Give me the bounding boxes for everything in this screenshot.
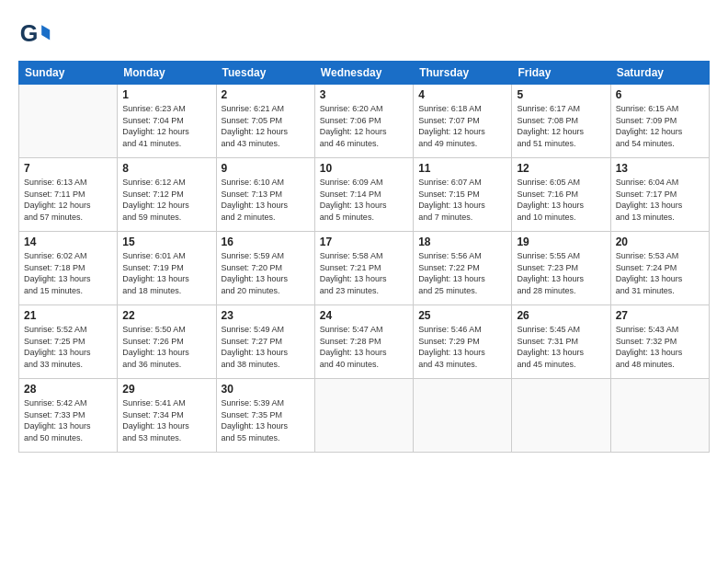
calendar-cell: 17Sunrise: 5:58 AM Sunset: 7:21 PM Dayli…: [314, 232, 413, 305]
calendar-cell: 1Sunrise: 6:23 AM Sunset: 7:04 PM Daylig…: [118, 85, 216, 158]
calendar-cell: 30Sunrise: 5:39 AM Sunset: 7:35 PM Dayli…: [216, 379, 314, 453]
day-number: 9: [222, 162, 310, 175]
day-of-week-header: Saturday: [610, 62, 709, 85]
day-info: Sunrise: 5:58 AM Sunset: 7:21 PM Dayligh…: [320, 250, 408, 296]
calendar-cell: 16Sunrise: 5:59 AM Sunset: 7:20 PM Dayli…: [216, 232, 314, 305]
day-info: Sunrise: 5:50 AM Sunset: 7:26 PM Dayligh…: [122, 324, 210, 370]
header: G: [18, 18, 710, 52]
day-number: 5: [517, 88, 605, 101]
day-info: Sunrise: 6:02 AM Sunset: 7:18 PM Dayligh…: [24, 250, 112, 296]
calendar-week-row: 14Sunrise: 6:02 AM Sunset: 7:18 PM Dayli…: [19, 232, 710, 305]
day-number: 14: [24, 236, 112, 248]
calendar-cell: 12Sunrise: 6:05 AM Sunset: 7:16 PM Dayli…: [512, 158, 610, 232]
calendar-cell: 11Sunrise: 6:07 AM Sunset: 7:15 PM Dayli…: [414, 158, 512, 232]
day-info: Sunrise: 6:23 AM Sunset: 7:04 PM Dayligh…: [122, 103, 210, 149]
day-number: 4: [418, 88, 506, 101]
svg-text:G: G: [20, 20, 39, 46]
day-number: 8: [122, 162, 210, 175]
day-info: Sunrise: 6:20 AM Sunset: 7:06 PM Dayligh…: [320, 103, 408, 149]
svg-marker-1: [41, 25, 50, 40]
logo-icon: G: [18, 18, 51, 52]
calendar-cell: 27Sunrise: 5:43 AM Sunset: 7:32 PM Dayli…: [610, 305, 709, 379]
calendar-cell: 18Sunrise: 5:56 AM Sunset: 7:22 PM Dayli…: [414, 232, 512, 305]
day-of-week-header: Friday: [512, 62, 610, 85]
calendar-cell: [314, 379, 413, 453]
calendar-cell: 22Sunrise: 5:50 AM Sunset: 7:26 PM Dayli…: [118, 305, 216, 379]
day-info: Sunrise: 6:15 AM Sunset: 7:09 PM Dayligh…: [616, 103, 704, 149]
day-of-week-header: Monday: [118, 62, 216, 85]
calendar-table: SundayMondayTuesdayWednesdayThursdayFrid…: [18, 61, 710, 453]
day-number: 24: [320, 309, 408, 322]
calendar-cell: 20Sunrise: 5:53 AM Sunset: 7:24 PM Dayli…: [610, 232, 709, 305]
calendar-cell: 21Sunrise: 5:52 AM Sunset: 7:25 PM Dayli…: [19, 305, 118, 379]
day-number: 3: [320, 88, 408, 101]
day-number: 15: [122, 236, 210, 248]
day-of-week-header: Tuesday: [216, 62, 314, 85]
day-info: Sunrise: 6:18 AM Sunset: 7:07 PM Dayligh…: [418, 103, 506, 149]
calendar-week-row: 7Sunrise: 6:13 AM Sunset: 7:11 PM Daylig…: [19, 158, 710, 232]
calendar-cell: 26Sunrise: 5:45 AM Sunset: 7:31 PM Dayli…: [512, 305, 610, 379]
calendar-cell: 14Sunrise: 6:02 AM Sunset: 7:18 PM Dayli…: [19, 232, 118, 305]
day-info: Sunrise: 5:46 AM Sunset: 7:29 PM Dayligh…: [418, 324, 506, 370]
day-info: Sunrise: 5:56 AM Sunset: 7:22 PM Dayligh…: [418, 250, 506, 296]
day-info: Sunrise: 5:42 AM Sunset: 7:33 PM Dayligh…: [24, 397, 112, 443]
calendar-cell: [19, 85, 118, 158]
day-number: 20: [616, 236, 704, 248]
day-number: 2: [222, 88, 310, 101]
day-number: 29: [122, 383, 210, 396]
day-number: 30: [222, 383, 310, 396]
day-number: 12: [517, 162, 605, 175]
logo: G: [18, 18, 55, 52]
day-number: 13: [616, 162, 704, 175]
calendar-cell: 5Sunrise: 6:17 AM Sunset: 7:08 PM Daylig…: [512, 85, 610, 158]
day-info: Sunrise: 6:01 AM Sunset: 7:19 PM Dayligh…: [122, 250, 210, 296]
day-info: Sunrise: 6:17 AM Sunset: 7:08 PM Dayligh…: [517, 103, 605, 149]
day-number: 22: [122, 309, 210, 322]
day-info: Sunrise: 6:12 AM Sunset: 7:12 PM Dayligh…: [122, 177, 210, 223]
day-info: Sunrise: 5:47 AM Sunset: 7:28 PM Dayligh…: [320, 324, 408, 370]
day-info: Sunrise: 5:43 AM Sunset: 7:32 PM Dayligh…: [616, 324, 704, 370]
calendar-header-row: SundayMondayTuesdayWednesdayThursdayFrid…: [19, 62, 710, 85]
calendar-cell: 25Sunrise: 5:46 AM Sunset: 7:29 PM Dayli…: [414, 305, 512, 379]
calendar-cell: 23Sunrise: 5:49 AM Sunset: 7:27 PM Dayli…: [216, 305, 314, 379]
day-info: Sunrise: 5:39 AM Sunset: 7:35 PM Dayligh…: [222, 397, 310, 443]
calendar-cell: 28Sunrise: 5:42 AM Sunset: 7:33 PM Dayli…: [19, 379, 118, 453]
calendar-cell: 4Sunrise: 6:18 AM Sunset: 7:07 PM Daylig…: [414, 85, 512, 158]
day-info: Sunrise: 6:13 AM Sunset: 7:11 PM Dayligh…: [24, 177, 112, 223]
day-number: 27: [616, 309, 704, 322]
day-info: Sunrise: 5:45 AM Sunset: 7:31 PM Dayligh…: [517, 324, 605, 370]
day-info: Sunrise: 5:49 AM Sunset: 7:27 PM Dayligh…: [222, 324, 310, 370]
day-of-week-header: Thursday: [414, 62, 512, 85]
calendar-week-row: 21Sunrise: 5:52 AM Sunset: 7:25 PM Dayli…: [19, 305, 710, 379]
calendar-week-row: 28Sunrise: 5:42 AM Sunset: 7:33 PM Dayli…: [19, 379, 710, 453]
day-info: Sunrise: 5:55 AM Sunset: 7:23 PM Dayligh…: [517, 250, 605, 296]
calendar-cell: 29Sunrise: 5:41 AM Sunset: 7:34 PM Dayli…: [118, 379, 216, 453]
calendar-cell: 8Sunrise: 6:12 AM Sunset: 7:12 PM Daylig…: [118, 158, 216, 232]
day-number: 7: [24, 162, 112, 175]
calendar-cell: 10Sunrise: 6:09 AM Sunset: 7:14 PM Dayli…: [314, 158, 413, 232]
calendar-cell: 6Sunrise: 6:15 AM Sunset: 7:09 PM Daylig…: [610, 85, 709, 158]
day-info: Sunrise: 5:59 AM Sunset: 7:20 PM Dayligh…: [222, 250, 310, 296]
day-info: Sunrise: 6:07 AM Sunset: 7:15 PM Dayligh…: [418, 177, 506, 223]
day-info: Sunrise: 6:09 AM Sunset: 7:14 PM Dayligh…: [320, 177, 408, 223]
day-info: Sunrise: 6:10 AM Sunset: 7:13 PM Dayligh…: [222, 177, 310, 223]
calendar-cell: [610, 379, 709, 453]
calendar-cell: 13Sunrise: 6:04 AM Sunset: 7:17 PM Dayli…: [610, 158, 709, 232]
day-number: 1: [122, 88, 210, 101]
day-number: 26: [517, 309, 605, 322]
day-number: 11: [418, 162, 506, 175]
day-number: 6: [616, 88, 704, 101]
calendar-cell: [414, 379, 512, 453]
page: G SundayMondayTuesdayWednesdayThursdayFr…: [0, 0, 728, 563]
day-number: 10: [320, 162, 408, 175]
day-info: Sunrise: 5:52 AM Sunset: 7:25 PM Dayligh…: [24, 324, 112, 370]
day-number: 25: [418, 309, 506, 322]
day-number: 16: [222, 236, 310, 248]
day-number: 18: [418, 236, 506, 248]
day-number: 17: [320, 236, 408, 248]
calendar-cell: 24Sunrise: 5:47 AM Sunset: 7:28 PM Dayli…: [314, 305, 413, 379]
day-info: Sunrise: 6:21 AM Sunset: 7:05 PM Dayligh…: [222, 103, 310, 149]
calendar-week-row: 1Sunrise: 6:23 AM Sunset: 7:04 PM Daylig…: [19, 85, 710, 158]
day-info: Sunrise: 6:05 AM Sunset: 7:16 PM Dayligh…: [517, 177, 605, 223]
calendar-cell: 2Sunrise: 6:21 AM Sunset: 7:05 PM Daylig…: [216, 85, 314, 158]
